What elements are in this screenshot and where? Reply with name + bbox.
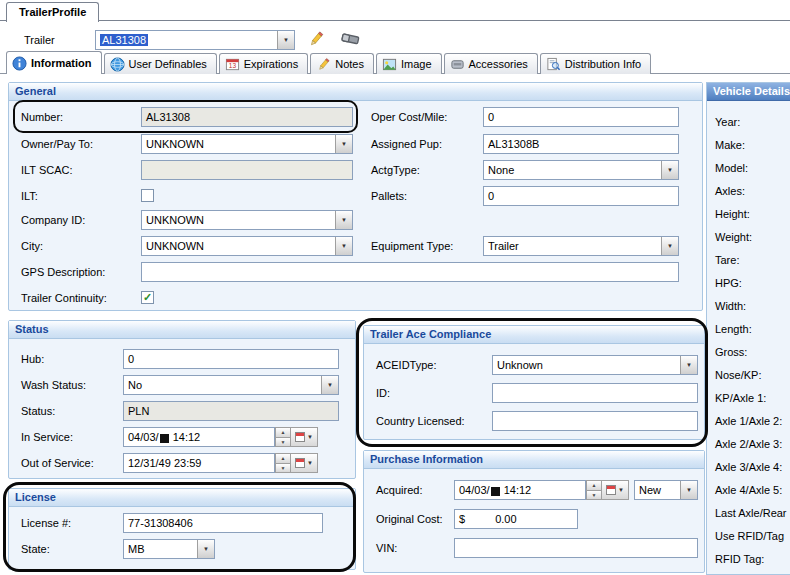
tab-notes[interactable]: Notes — [310, 53, 374, 74]
image-icon — [382, 57, 397, 72]
chevron-down-icon[interactable]: ▼ — [335, 211, 352, 229]
vehicle-detail-label: Model: — [715, 162, 748, 174]
license-group-header: License — [9, 489, 355, 507]
acquired-spinner[interactable]: ▲ ▼ — [586, 480, 602, 500]
trailer-ace-compliance-header: Trailer Ace Compliance — [364, 326, 704, 344]
acquired-calendar-button[interactable]: ▼ — [601, 480, 629, 500]
spin-up-icon[interactable]: ▲ — [275, 427, 291, 438]
general-group: General Number: AL31308 Oper Cost/Mile: … — [8, 82, 703, 311]
vehicle-details-panel: Vehicle Details Year:Make:Model:Axles:He… — [706, 82, 790, 575]
chevron-down-icon[interactable]: ▼ — [321, 376, 338, 394]
spin-down-icon[interactable]: ▼ — [586, 491, 602, 501]
owner-pay-to-combo[interactable]: UNKNOWN ▼ — [141, 134, 353, 154]
license-number-field[interactable]: 77-31308406 — [123, 513, 323, 533]
time-text: 23:59 — [174, 457, 202, 469]
globe-icon — [110, 57, 125, 72]
vehicle-detail-label: Tare: — [715, 254, 739, 266]
chevron-down-icon[interactable]: ▼ — [335, 135, 352, 153]
id-label: ID: — [376, 387, 390, 399]
license-number-label: License #: — [21, 517, 71, 529]
tab-expirations[interactable]: 13 Expirations — [219, 53, 308, 74]
chevron-down-icon[interactable]: ▼ — [680, 356, 697, 374]
original-cost-label: Original Cost: — [376, 513, 443, 525]
in-service-calendar-button[interactable]: ▼ — [290, 427, 318, 447]
tab-information[interactable]: Information — [6, 51, 102, 74]
tab-label: Information — [31, 57, 92, 69]
vehicle-detail-label: Axle 2/Axle 3: — [715, 438, 782, 450]
tab-accessories[interactable]: Accessories — [444, 53, 538, 74]
vehicle-detail-label: Axle 1/Axle 2: — [715, 415, 782, 427]
vehicle-detail-label: Year: — [715, 116, 740, 128]
redaction-block — [160, 434, 169, 443]
vehicle-detail-label: Width: — [715, 300, 746, 312]
assigned-pup-field[interactable]: AL31308B — [483, 134, 679, 154]
calendar-icon — [606, 485, 616, 495]
city-combo[interactable]: UNKNOWN ▼ — [141, 236, 353, 256]
trailer-combo[interactable]: AL31308 ▼ — [95, 30, 295, 50]
chevron-down-icon[interactable]: ▼ — [277, 31, 294, 49]
gps-description-field[interactable] — [141, 262, 679, 282]
vehicle-detail-label: HPG: — [715, 277, 742, 289]
tab-distribution-info[interactable]: Distribution Info — [540, 53, 651, 74]
spin-up-icon[interactable]: ▲ — [275, 453, 291, 464]
aceid-type-combo[interactable]: Unknown ▼ — [492, 355, 698, 375]
hub-field[interactable]: 0 — [123, 349, 339, 369]
acquired-field[interactable]: 04/03/ 14:12 — [454, 480, 586, 500]
combo-value: UNKNOWN — [146, 240, 204, 252]
in-service-spinner[interactable]: ▲ ▼ — [275, 427, 291, 447]
ilt-checkbox[interactable] — [141, 189, 154, 202]
chevron-down-icon[interactable]: ▼ — [680, 481, 697, 499]
actg-type-combo[interactable]: None ▼ — [483, 160, 679, 180]
spin-down-icon[interactable]: ▼ — [275, 438, 291, 448]
vehicle-detail-label: Axle 3/Axle 4: — [715, 461, 782, 473]
out-of-service-field[interactable]: 12/31/49 23:59 — [123, 453, 275, 473]
ilt-scac-field[interactable] — [141, 160, 353, 180]
eraser-icon[interactable] — [340, 31, 362, 49]
tab-image[interactable]: Image — [376, 53, 442, 74]
vehicle-detail-label: Last Axle/Rear — [715, 507, 787, 519]
combo-value: MB — [128, 543, 145, 555]
trailer-continuity-checkbox[interactable]: ✓ — [141, 291, 154, 304]
combo-value: Trailer — [488, 240, 519, 252]
chevron-down-icon[interactable]: ▼ — [335, 237, 352, 255]
tab-label: Image — [401, 58, 432, 70]
vin-field[interactable] — [454, 538, 698, 558]
original-cost-field[interactable]: $0.00 — [454, 509, 578, 529]
equipment-type-combo[interactable]: Trailer ▼ — [483, 236, 679, 256]
calendar-icon: 13 — [225, 57, 240, 72]
vehicle-detail-label: Axle 4/Axle 5: — [715, 484, 782, 496]
wash-status-label: Wash Status: — [21, 379, 86, 391]
combo-value: New — [639, 484, 661, 496]
company-id-combo[interactable]: UNKNOWN ▼ — [141, 210, 353, 230]
oper-cost-mile-label: Oper Cost/Mile: — [371, 111, 447, 123]
chevron-down-icon[interactable]: ▼ — [197, 540, 214, 558]
tabstrip: Information User Definables 13 Expiratio… — [6, 53, 651, 74]
date-text: 12/31/49 — [128, 457, 171, 469]
pallets-field[interactable]: 0 — [483, 186, 679, 206]
state-label: State: — [21, 543, 50, 555]
chevron-down-icon[interactable]: ▼ — [661, 161, 678, 179]
oper-cost-mile-field[interactable]: 0 — [483, 107, 679, 127]
wash-status-combo[interactable]: No ▼ — [123, 375, 339, 395]
window-tab[interactable]: TrailerProfile — [6, 2, 99, 22]
vehicle-detail-label: Make: — [715, 139, 745, 151]
in-service-field[interactable]: 04/03/ 14:12 — [123, 427, 275, 447]
spin-up-icon[interactable]: ▲ — [586, 480, 602, 491]
status-field[interactable]: PLN — [123, 401, 339, 421]
chevron-down-icon[interactable]: ▼ — [661, 237, 678, 255]
acquired-condition-combo[interactable]: New ▼ — [634, 480, 698, 500]
number-field[interactable]: AL31308 — [141, 107, 353, 127]
out-of-service-spinner[interactable]: ▲ ▼ — [275, 453, 291, 473]
out-of-service-calendar-button[interactable]: ▼ — [290, 453, 318, 473]
id-field[interactable] — [492, 383, 698, 403]
chevron-down-icon: ▼ — [618, 487, 624, 493]
spin-down-icon[interactable]: ▼ — [275, 464, 291, 474]
combo-value: UNKNOWN — [146, 138, 204, 150]
number-label: Number: — [21, 111, 63, 123]
country-licensed-field[interactable] — [492, 411, 698, 431]
combo-value: No — [128, 379, 142, 391]
assigned-pup-label: Assigned Pup: — [371, 138, 442, 150]
tab-user-definables[interactable]: User Definables — [104, 53, 217, 74]
edit-pencil-icon[interactable] — [307, 30, 325, 50]
state-combo[interactable]: MB ▼ — [123, 539, 215, 559]
